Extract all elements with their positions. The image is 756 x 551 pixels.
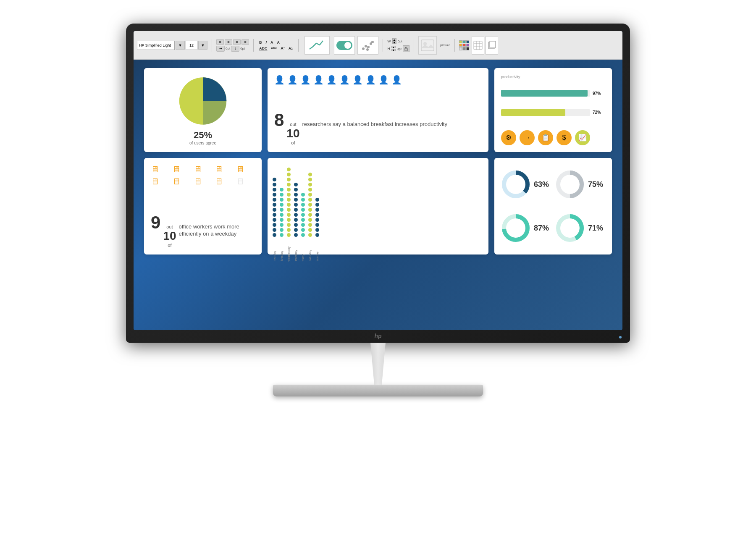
align-right-btn[interactable]: ≡ <box>233 39 241 45</box>
computer-icons-grid: 🖥 🖥 🖥 🖥 🖥 🖥 🖥 🖥 🖥 🖥 <box>151 165 255 186</box>
stat-fraction: out 10 of <box>286 122 299 145</box>
align-center-btn[interactable]: ≡ <box>225 39 232 45</box>
subscript-btn[interactable]: A₂ <box>287 46 294 51</box>
computers-fraction: out 10 of <box>163 224 176 248</box>
italic-btn[interactable]: I <box>265 40 268 45</box>
researchers-card: 👤 👤 👤 👤 👤 👤 👤 👤 👤 👤 8 <box>268 68 488 152</box>
day-friday: friday <box>302 254 304 261</box>
dot <box>273 223 276 227</box>
align-left-btn[interactable]: ≡ <box>216 39 224 45</box>
image-icon[interactable] <box>418 36 437 55</box>
width-opt-label: 0pt <box>398 39 402 43</box>
toolbar: HP Simplified Light ▼ 12 ▼ ≡ ≡ <box>134 31 622 60</box>
dot <box>308 198 312 202</box>
superscript-btn[interactable]: A² <box>279 46 286 51</box>
table-copy-btn[interactable] <box>486 36 498 55</box>
indent-btn[interactable]: ⇥ <box>216 46 225 52</box>
bold-btn[interactable]: B <box>258 40 263 45</box>
prod-bar-pct-2: 72% <box>593 110 605 115</box>
font-section: HP Simplified Light ▼ 12 ▼ <box>137 41 207 50</box>
sep1 <box>212 39 212 52</box>
height-opt-label: 0pt <box>397 47 402 51</box>
stat-description: researchers say a balanced breakfast inc… <box>302 121 447 128</box>
chart-btn[interactable]: 📈 <box>575 130 590 145</box>
prod-bar-bg-1 <box>501 90 590 97</box>
prod-bar-row-2: 72% <box>501 109 605 116</box>
person-icon-10: 👤 <box>391 75 402 85</box>
font-color-btn-a1[interactable]: A <box>269 40 275 45</box>
dot <box>273 178 276 181</box>
content-area: 25% of users agree 👤 👤 👤 👤 👤 👤 👤 <box>134 60 622 263</box>
prod-bar-row-1: 97% <box>501 90 605 97</box>
clipboard-btn[interactable]: 📋 <box>538 130 553 145</box>
computer-7: 🖥 <box>172 177 191 186</box>
dot <box>294 228 298 232</box>
svg-rect-7 <box>421 40 434 51</box>
dot <box>280 223 284 227</box>
person-icons-row: 👤 👤 👤 👤 👤 👤 👤 👤 👤 👤 <box>274 75 482 85</box>
dot <box>280 233 284 237</box>
color-grid[interactable] <box>459 40 469 50</box>
dot <box>308 178 312 181</box>
width-stepper[interactable]: ▲ ▼ <box>392 38 396 44</box>
svg-point-5 <box>366 48 369 51</box>
dot <box>280 228 284 232</box>
dot <box>273 233 276 237</box>
stat-number-row: 8 out 10 of researchers say a balanced b… <box>274 110 482 145</box>
sep6 <box>454 39 455 52</box>
dot <box>308 213 312 217</box>
gear-btn[interactable]: ⚙ <box>501 130 516 145</box>
dot <box>301 203 305 207</box>
dot <box>287 178 291 181</box>
indent-opt-label: 0pt <box>226 47 230 50</box>
pie-chart-card: 25% of users agree <box>144 68 262 152</box>
pie-chart-svg <box>173 75 232 127</box>
table-insert-btn[interactable] <box>472 36 484 55</box>
spacing-btn[interactable]: ↕ <box>231 46 239 52</box>
donut-item-87: 87% <box>501 208 551 248</box>
monitor-base <box>273 385 483 396</box>
computer-5: 🖥 <box>236 165 255 174</box>
computer-4: 🖥 <box>215 165 234 174</box>
dot <box>308 193 312 197</box>
pie-percent: 25% <box>189 130 216 141</box>
font-dropdown-btn[interactable]: ▼ <box>176 41 185 50</box>
lock-ratio-btn[interactable] <box>403 45 410 52</box>
dollar-btn[interactable]: $ <box>556 130 572 145</box>
computer-2: 🖥 <box>172 165 191 174</box>
donut-item-71: 71% <box>555 208 605 248</box>
align-section: ≡ ≡ ≡ ≡ ⇥ 0pt ↕ 0pt <box>216 39 249 52</box>
dot <box>280 213 284 217</box>
dot <box>273 203 276 207</box>
computer-3: 🖥 <box>194 165 213 174</box>
scatter-chart-icon[interactable] <box>357 36 378 55</box>
align-justify-btn[interactable]: ≡ <box>242 39 249 45</box>
dot <box>294 213 298 217</box>
dot <box>273 193 276 197</box>
font-color-btn-a2[interactable]: A <box>276 40 281 45</box>
donut-87-label: 87% <box>534 224 549 233</box>
computers-card: 🖥 🖥 🖥 🖥 🖥 🖥 🖥 🖥 🖥 🖥 9 <box>144 158 262 255</box>
computer-1: 🖥 <box>151 165 170 174</box>
dot <box>280 198 284 202</box>
dot <box>287 198 291 202</box>
font-name-box[interactable]: HP Simplified Light <box>137 41 175 50</box>
arrow-btn[interactable]: → <box>520 130 535 145</box>
person-icon-6: 👤 <box>339 75 350 85</box>
icon-buttons-row: ⚙ → 📋 $ 📈 <box>501 130 605 145</box>
lowercase-btn[interactable]: abc <box>270 46 278 50</box>
computer-6: 🖥 <box>151 177 170 186</box>
toggle-switch[interactable] <box>334 36 355 55</box>
productivity-label: productivity <box>501 75 605 79</box>
height-stepper[interactable]: ▲ ▼ <box>391 46 396 52</box>
day-wednesday: wednesday <box>287 247 290 261</box>
underline-btn[interactable]: ABC <box>258 46 269 51</box>
dot <box>308 173 312 176</box>
dot <box>294 233 298 237</box>
svg-point-1 <box>365 45 367 47</box>
font-size-dropdown-btn[interactable]: ▼ <box>198 41 207 50</box>
font-size-box[interactable]: 12 <box>186 41 197 50</box>
dot-col-saturday: saturday <box>308 173 312 237</box>
dot-col-friday: friday <box>301 193 305 237</box>
line-chart-icon[interactable] <box>304 36 330 55</box>
